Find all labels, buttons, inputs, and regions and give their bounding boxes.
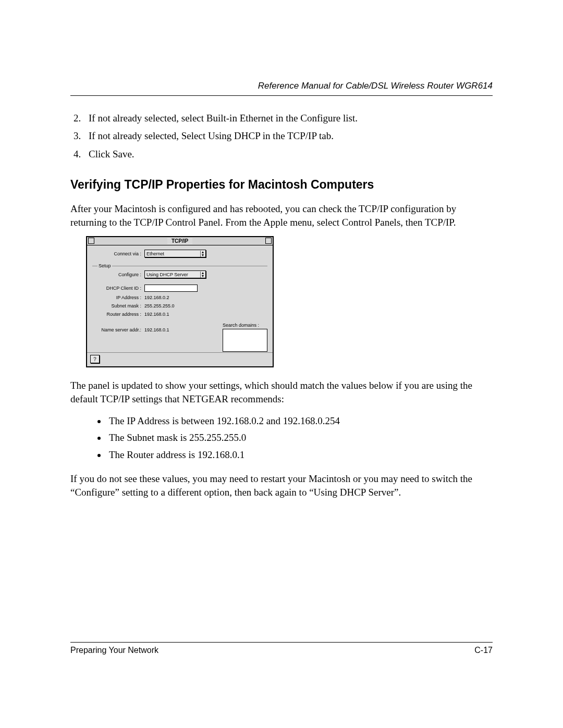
collapse-icon[interactable] <box>265 238 272 244</box>
page-content: Reference Manual for Cable/DSL Wireless … <box>0 0 563 499</box>
paragraph: The panel is updated to show your settin… <box>70 379 493 405</box>
numbered-steps: If not already selected, select Built-in… <box>70 110 493 162</box>
connect-via-dropdown[interactable]: Ethernet ▴▾ <box>144 250 206 257</box>
configure-label: Configure : <box>92 272 144 277</box>
list-item: The Subnet mask is 255.255.255.0 <box>107 430 493 446</box>
close-icon[interactable] <box>88 238 94 244</box>
step-item: Click Save. <box>83 146 493 162</box>
ip-address-label: IP Address : <box>92 295 144 300</box>
list-item: The IP Address is between 192.168.0.2 an… <box>107 413 493 429</box>
dhcp-client-label: DHCP Client ID : <box>92 286 144 291</box>
section-heading: Verifying TCP/IP Properties for Macintos… <box>70 178 493 192</box>
bullet-list: The IP Address is between 192.168.0.2 an… <box>70 413 493 463</box>
configure-value: Using DHCP Server <box>146 272 188 277</box>
connect-via-value: Ethernet <box>146 251 164 256</box>
help-icon[interactable]: ? <box>90 355 100 363</box>
running-header: Reference Manual for Cable/DSL Wireless … <box>70 81 493 91</box>
step-item: If not already selected, select Built-in… <box>83 110 493 126</box>
dhcp-client-input[interactable] <box>144 285 198 292</box>
panel-footer: ? <box>87 352 273 366</box>
list-item: The Router address is 192.168.0.1 <box>107 447 493 463</box>
paragraph: After your Macintosh is configured and h… <box>70 202 493 229</box>
panel-body: Connect via : Ethernet ▴▾ Setup Configur… <box>87 245 273 366</box>
nameserver-value: 192.168.0.1 <box>144 327 169 332</box>
window-title: TCP/IP <box>167 238 192 244</box>
chevron-updown-icon: ▴▾ <box>200 251 204 257</box>
footer-section-name: Preparing Your Network <box>70 646 158 655</box>
setup-legend: Setup <box>97 263 112 268</box>
nameserver-label: Name server addr.: <box>92 327 144 332</box>
header-rule <box>70 95 493 96</box>
paragraph: If you do not see these values, you may … <box>70 472 493 499</box>
search-domains-group: Search domains : <box>223 323 267 352</box>
router-address-label: Router address : <box>92 312 144 317</box>
ip-address-value: 192.168.0.2 <box>144 295 169 300</box>
configure-dropdown[interactable]: Using DHCP Server ▴▾ <box>144 270 206 278</box>
subnet-mask-value: 255.255.255.0 <box>144 303 175 309</box>
connect-via-label: Connect via : <box>92 251 144 256</box>
subnet-mask-label: Subnet mask : <box>92 303 144 309</box>
page-footer: Preparing Your Network C-17 <box>70 642 493 655</box>
titlebar: TCP/IP <box>87 237 273 245</box>
router-address-value: 192.168.0.1 <box>144 312 169 317</box>
footer-page-number: C-17 <box>474 646 493 655</box>
chevron-updown-icon: ▴▾ <box>200 272 204 278</box>
tcpip-panel-figure: TCP/IP Connect via : Ethernet ▴▾ Setup C… <box>86 236 274 367</box>
search-domains-input[interactable] <box>223 329 267 352</box>
search-domains-label: Search domains : <box>223 323 267 328</box>
footer-rule <box>70 642 493 643</box>
step-item: If not already selected, Select Using DH… <box>83 128 493 144</box>
